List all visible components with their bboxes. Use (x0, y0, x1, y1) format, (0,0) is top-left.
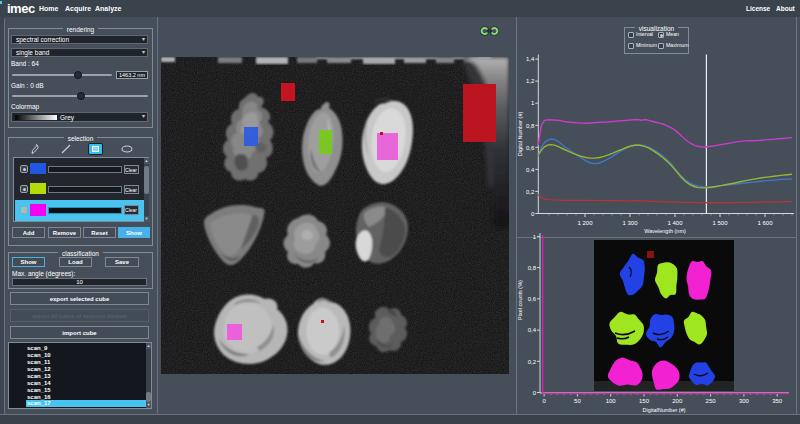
svg-text:0: 0 (531, 211, 535, 217)
svg-text:250: 250 (706, 398, 717, 404)
svg-text:50: 50 (574, 398, 581, 404)
svg-text:1 500: 1 500 (712, 220, 728, 226)
svg-text:0: 0 (542, 398, 546, 404)
svg-text:0: 0 (533, 390, 537, 396)
svg-text:1 400: 1 400 (667, 220, 683, 226)
svg-text:1 200: 1 200 (577, 220, 593, 226)
svg-text:1: 1 (531, 100, 535, 106)
svg-text:0,8: 0,8 (528, 265, 537, 271)
svg-text:DigitalNumber (#): DigitalNumber (#) (642, 407, 685, 413)
svg-text:0,4: 0,4 (528, 327, 537, 333)
svg-text:300: 300 (739, 398, 750, 404)
svg-text:0,4: 0,4 (526, 167, 535, 173)
svg-text:1 300: 1 300 (622, 220, 638, 226)
svg-text:0,2: 0,2 (528, 359, 537, 365)
svg-text:1: 1 (533, 234, 537, 240)
svg-text:0,6: 0,6 (526, 145, 535, 151)
svg-text:Pixel counts (%): Pixel counts (%) (517, 280, 523, 320)
svg-text:1 600: 1 600 (757, 220, 773, 226)
svg-text:200: 200 (672, 398, 683, 404)
svg-text:150: 150 (639, 398, 650, 404)
svg-text:0,2: 0,2 (526, 189, 535, 195)
svg-text:Digital Number (#): Digital Number (#) (517, 112, 523, 157)
svg-text:1,2: 1,2 (526, 78, 535, 84)
svg-text:100: 100 (606, 398, 617, 404)
svg-text:0,6: 0,6 (528, 296, 537, 302)
svg-text:1,4: 1,4 (526, 56, 535, 62)
svg-text:350: 350 (772, 398, 783, 404)
svg-text:Wavelength (nm): Wavelength (nm) (644, 228, 686, 234)
svg-text:0,8: 0,8 (526, 123, 535, 129)
